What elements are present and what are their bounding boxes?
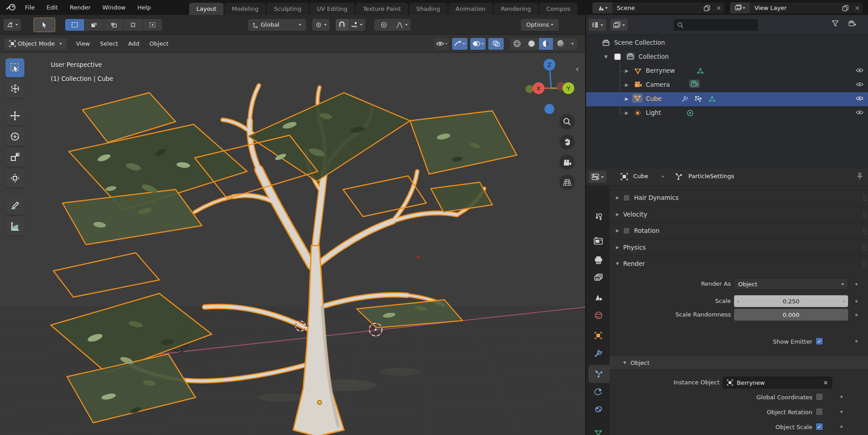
object-visibility-dropdown[interactable] <box>434 38 449 50</box>
active-tool-button[interactable] <box>33 18 55 32</box>
outliner-display-mode-button[interactable] <box>610 19 628 31</box>
collection-checkbox[interactable] <box>614 53 621 60</box>
collection-expander[interactable]: ▼ <box>604 54 608 59</box>
tab-sculpting[interactable]: Sculpting <box>267 3 309 15</box>
new-view-layer-button[interactable] <box>839 2 851 14</box>
menu-object[interactable]: Object <box>144 35 173 53</box>
new-scene-button[interactable] <box>701 2 713 14</box>
panel-physics[interactable]: ▶Physics <box>616 242 646 252</box>
light-expander[interactable]: ▶ <box>625 110 629 115</box>
gizmos-toggle[interactable] <box>452 38 467 50</box>
menu-file[interactable]: File <box>19 0 41 15</box>
tab-compositing[interactable]: Compos <box>539 3 577 15</box>
menu-render[interactable]: Render <box>64 0 96 15</box>
animate-dot[interactable] <box>855 283 858 285</box>
show-emitter-checkbox[interactable] <box>816 337 823 345</box>
viewport-canvas[interactable]: User Perspective (1) Collection | Cube <box>0 53 585 435</box>
tab-modifiers[interactable] <box>588 345 608 363</box>
overlays-toggle[interactable] <box>470 38 486 50</box>
panel-velocity[interactable]: ▶Velocity <box>616 209 647 219</box>
blender-logo-icon[interactable] <box>6 3 16 12</box>
proportional-falloff-dropdown[interactable] <box>393 19 410 31</box>
breadcrumb-object[interactable]: Cube <box>633 173 649 180</box>
camera-view-button[interactable] <box>559 155 575 170</box>
pan-button[interactable] <box>559 134 575 150</box>
unlink-scene-button[interactable]: ✕ <box>713 2 725 14</box>
shading-solid-button[interactable] <box>525 38 539 50</box>
browse-scene-button[interactable] <box>592 2 612 14</box>
hide-camera-eye-icon[interactable] <box>856 82 863 87</box>
tab-uv-editing[interactable]: UV Editing <box>310 3 355 15</box>
browse-view-layer-button[interactable] <box>730 2 750 14</box>
menu-select[interactable]: Select <box>95 35 123 53</box>
xray-toggle[interactable] <box>488 38 504 50</box>
snap-toggle-button[interactable] <box>336 19 348 31</box>
shading-wireframe-button[interactable] <box>510 38 524 50</box>
proportional-editing-toggle[interactable] <box>374 19 393 31</box>
tool-scale[interactable] <box>5 148 24 167</box>
tab-shading[interactable]: Shading <box>409 3 448 15</box>
tool-cursor[interactable] <box>5 79 24 98</box>
panel-hair-dynamics[interactable]: ▶ Hair Dynamics <box>616 193 679 203</box>
instance-object-field[interactable]: Berrynew ✕ <box>723 377 832 388</box>
animate-dot[interactable] <box>855 340 858 342</box>
animate-dot[interactable] <box>840 426 843 428</box>
tab-view-layer[interactable] <box>588 269 608 287</box>
hair-dynamics-checkbox[interactable] <box>623 194 630 201</box>
scene-name[interactable]: Scene <box>612 5 701 11</box>
menu-window[interactable]: Window <box>96 0 131 15</box>
render-as-dropdown[interactable]: Object <box>734 278 848 290</box>
rotation-checkbox[interactable] <box>623 227 630 234</box>
global-coordinates-checkbox[interactable] <box>816 393 823 401</box>
object-rotation-checkbox[interactable] <box>816 408 823 416</box>
tab-object-data[interactable] <box>588 424 608 435</box>
outliner-row-scene-collection[interactable]: Scene Collection <box>586 36 868 50</box>
tab-modeling[interactable]: Modeling <box>224 3 266 15</box>
tab-output[interactable] <box>588 251 608 269</box>
tab-layout[interactable]: Layout <box>189 3 224 15</box>
shading-rendered-button[interactable] <box>553 38 568 50</box>
subpanel-object[interactable]: ▼Object <box>610 355 868 370</box>
scale-randomness-field[interactable]: 0.000 <box>734 309 848 321</box>
tool-annotate[interactable] <box>5 196 24 215</box>
modifier-wrench-icon[interactable] <box>681 95 688 103</box>
tab-tool[interactable] <box>588 208 608 226</box>
tab-particles[interactable] <box>588 365 610 383</box>
outliner-row-berrynew[interactable]: ▶ Berrynew <box>586 64 868 78</box>
tab-physics[interactable] <box>588 383 608 401</box>
tab-animation[interactable]: Animation <box>448 3 493 15</box>
tab-texture-paint[interactable]: Texture Paint <box>356 3 408 15</box>
select-mode-invert[interactable] <box>124 19 143 31</box>
hide-light-eye-icon[interactable] <box>856 110 863 115</box>
tab-render[interactable] <box>588 232 608 250</box>
berrynew-expander[interactable]: ▶ <box>625 68 629 73</box>
menu-help[interactable]: Help <box>132 0 157 15</box>
select-mode-extend[interactable] <box>85 19 104 31</box>
tab-scene[interactable] <box>588 288 608 306</box>
tool-rotate[interactable] <box>5 127 24 146</box>
filter-icon[interactable] <box>832 20 839 27</box>
hide-berrynew-eye-icon[interactable] <box>856 68 863 73</box>
snap-settings-dropdown[interactable] <box>348 19 365 31</box>
select-mode-set[interactable] <box>65 19 84 31</box>
camera-data-badge-icon[interactable] <box>689 80 700 88</box>
sidebar-collapse-arrow[interactable]: ‹ <box>576 64 579 74</box>
tool-move[interactable] <box>5 106 24 125</box>
panel-grip[interactable] <box>863 212 864 213</box>
particle-settings-badge-icon[interactable] <box>708 95 716 103</box>
view-layer-name[interactable]: View Layer <box>750 5 839 11</box>
outliner-editor-type-button[interactable] <box>589 19 606 31</box>
light-data-badge-icon[interactable] <box>687 109 694 117</box>
editor-type-button[interactable] <box>4 19 21 31</box>
pivot-point-dropdown[interactable] <box>312 19 329 31</box>
outliner-row-camera[interactable]: ▶ Camera <box>586 78 868 92</box>
select-mode-subtract[interactable] <box>104 19 123 31</box>
tool-measure[interactable] <box>5 217 24 236</box>
hide-cube-eye-icon[interactable] <box>856 96 863 101</box>
breadcrumb-data[interactable]: ParticleSettings <box>688 173 734 180</box>
menu-view[interactable]: View <box>71 35 95 53</box>
tab-constraints[interactable] <box>588 400 608 418</box>
panel-render[interactable]: ▼Render <box>616 259 645 269</box>
panel-grip[interactable] <box>863 195 864 196</box>
tab-object[interactable] <box>588 326 608 345</box>
